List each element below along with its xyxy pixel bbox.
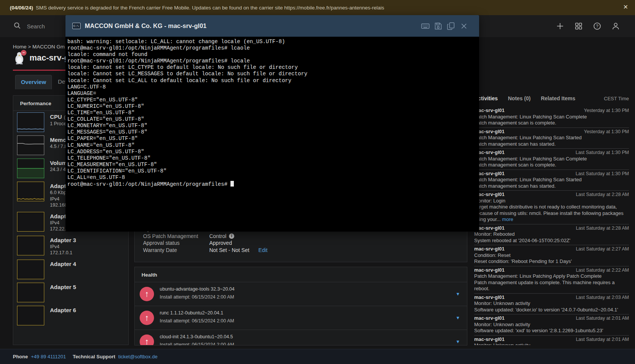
help-icon[interactable]: ? <box>593 22 601 30</box>
info-icon[interactable]: i <box>229 233 234 239</box>
terminal-prompt-line: root@mac-srv-gl01:/opt/NinjaRMMAgent/pro… <box>67 181 479 188</box>
volumes-sparkline-thumbnail[interactable] <box>17 159 44 178</box>
timezone-label: CEST Time <box>604 96 629 101</box>
activity-timestamp: Last Saturday at 2:01 AM <box>576 315 629 322</box>
activity-device-link[interactable]: mac-srv-gl01 <box>474 246 504 252</box>
adapter5-sparkline-thumbnail[interactable] <box>17 283 44 302</box>
perf-item-adapter4[interactable]: Adapter 4 <box>17 260 128 279</box>
memory-sparkline-thumbnail[interactable] <box>17 135 44 155</box>
apps-grid-icon[interactable] <box>574 22 583 30</box>
linux-tux-icon: − <box>14 51 25 64</box>
terminal-body[interactable]: bash: warning: setlocale: LC_ALL: cannot… <box>65 37 479 232</box>
save-icon[interactable] <box>434 22 443 31</box>
health-header: Health <box>135 267 467 282</box>
close-icon[interactable] <box>459 22 468 31</box>
health-card: Health ↑ ubuntu-advantage-tools 32.3~20.… <box>134 267 467 345</box>
activity-entry: mac-srv-gl01Last Saturday at 2:03 AM Mon… <box>474 294 629 315</box>
chevron-down-icon[interactable]: ▼ <box>456 339 460 344</box>
perf-sub: 172.17.0.1 <box>50 250 76 256</box>
tab-notes[interactable]: Notes (0) <box>508 95 531 101</box>
breadcrumb[interactable]: Home > MACCON Gm <box>13 44 65 50</box>
activity-description: System rebooted at '2024-06-15T00:25:02Z… <box>474 238 629 244</box>
search-input[interactable]: Search <box>14 22 45 31</box>
activity-entry: mac-srv-gl01Last Saturday at 2:01 AM Mon… <box>474 336 629 345</box>
activity-title: Patch Management: Linux Patching Scan St… <box>474 177 629 183</box>
activity-title: Patch Management: Linux Patching Apply P… <box>474 273 629 280</box>
activity-description: Reset condition: 'Reboot Pending for 1 D… <box>474 258 629 265</box>
health-row-cloud-init[interactable]: ↑ cloud-init 24.1.3-0ubuntu1~20.04.5 Ins… <box>135 330 467 345</box>
health-row-runc[interactable]: ↑ runc 1.1.12-0ubuntu2~20.04.1 Install a… <box>135 306 467 330</box>
activity-timestamp: Last Saturday at 2:28 AM <box>576 191 629 198</box>
detail-value: Approved <box>209 240 232 246</box>
activity-description: Patch management scan has started. <box>474 183 629 190</box>
activity-device-link[interactable]: mac-srv-gl01 <box>474 336 504 343</box>
activity-timestamp: Yesterday at 1:30 PM <box>584 129 629 135</box>
tab-related-items[interactable]: Related Items <box>541 95 575 101</box>
activity-title: Monitor: Unknown activity <box>474 322 629 328</box>
perf-item-adapter5[interactable]: Adapter 5 <box>17 283 128 302</box>
activity-device-link[interactable]: mac-srv-gl01 <box>474 294 504 301</box>
activity-title: Monitor: Unknown activity <box>474 342 629 345</box>
perf-name: Adapter 4 <box>50 261 76 267</box>
activity-entry: mac-srv-gl01Last Saturday at 2:28 AM Mon… <box>474 191 629 224</box>
tab-overview[interactable]: Overview <box>15 75 52 89</box>
more-link[interactable]: more <box>502 216 514 222</box>
health-row-ubuntu-advantage-tools[interactable]: ↑ ubuntu-advantage-tools 32.3~20.04 Inst… <box>135 282 467 306</box>
activity-entry: mac-srv-gl01Last Saturday at 2:22 AM Pat… <box>474 266 629 294</box>
alert-date: (04/06/24) <box>10 5 33 11</box>
adapter2-sparkline-thumbnail[interactable] <box>17 212 44 232</box>
copy-icon[interactable] <box>447 22 456 31</box>
adapter1-sparkline-thumbnail[interactable] <box>17 182 44 201</box>
activity-device-link[interactable]: mac-srv-gl01 <box>474 267 504 274</box>
cpu-sparkline-thumbnail[interactable] <box>17 112 44 132</box>
adapter6-sparkline-thumbnail[interactable] <box>17 306 44 325</box>
perf-sub: IPv4 <box>50 244 76 250</box>
alert-banner: (04/06/24) SMS delivery service is degra… <box>0 0 635 15</box>
activity-timestamp: Last Saturday at 1:30 PM <box>576 171 629 177</box>
package-name: runc 1.1.12-0ubuntu2~20.04.1 <box>160 310 467 316</box>
activity-timestamp: Last Saturday at 2:22 AM <box>576 267 629 274</box>
activity-timestamp: Last Saturday at 1:30 PM <box>576 149 629 156</box>
chevron-down-icon[interactable]: ▼ <box>456 315 460 320</box>
support-email-link[interactable]: ticket@softbox.de <box>118 354 158 359</box>
svg-text:?: ? <box>596 24 598 28</box>
activity-description: Patch management scan is complete. <box>474 162 629 168</box>
adapter3-sparkline-thumbnail[interactable] <box>17 236 44 255</box>
terminal-output: bash: warning: setlocale: LC_ALL: cannot… <box>67 39 479 181</box>
activity-device-link[interactable]: mac-srv-gl01 <box>474 315 504 322</box>
detail-label: Warranty Date <box>143 247 209 254</box>
activity-title: Monitor: Rebooted <box>474 231 629 238</box>
activity-title: Patch Management: Linux Patching Scan St… <box>474 135 629 141</box>
activity-description: Software updated: 'xxd' to version '2:8.… <box>474 328 629 334</box>
phone-link[interactable]: +49 89 4111201 <box>31 354 66 359</box>
update-alert-icon: ↑ <box>140 287 154 301</box>
activity-description: Patch management update is complete. Thi… <box>474 280 629 292</box>
update-alert-icon: ↑ <box>140 334 154 345</box>
activity-title: Patch Management: Linux Patching Scan Co… <box>474 156 629 162</box>
user-profile-icon[interactable] <box>612 22 620 30</box>
package-name: ubuntu-advantage-tools 32.3~20.04 <box>160 286 467 292</box>
activity-timestamp: Last Saturday at 2:03 AM <box>576 294 629 301</box>
detail-row-approval-status: Approval status Approved <box>143 240 459 246</box>
install-attempt: Install attempt: 06/15/2024 2:00 AM <box>160 342 467 345</box>
alert-message: SMS delivery service is degraded for the… <box>36 5 384 11</box>
terminal-titlebar[interactable]: C:\ MACCON GmbH & Co. KG - mac-srv-gl01 <box>65 15 479 37</box>
chevron-down-icon[interactable]: ▼ <box>456 291 460 297</box>
package-name: cloud-init 24.1.3-0ubuntu1~20.04.5 <box>160 334 467 340</box>
terminal-window: C:\ MACCON GmbH & Co. KG - mac-srv-gl01 … <box>65 15 479 232</box>
edit-link[interactable]: Edit <box>258 247 268 254</box>
detail-label: OS Patch Management <box>143 233 209 240</box>
add-icon[interactable] <box>556 22 564 30</box>
perf-item-adapter3[interactable]: Adapter 3 IPv4 172.17.0.1 <box>17 236 128 256</box>
activity-timestamp: Last Saturday at 2:28 AM <box>576 225 629 232</box>
perf-item-adapter6[interactable]: Adapter 6 <box>17 306 128 325</box>
activity-description: Patch management scan is complete. <box>474 120 629 126</box>
install-attempt: Install attempt: 06/15/2024 2:00 AM <box>160 294 467 300</box>
perf-name: CPU <box>50 114 62 120</box>
detail-row-os-patch-management: OS Patch Management Controli <box>143 233 459 240</box>
update-alert-icon: ↑ <box>140 311 154 325</box>
adapter4-sparkline-thumbnail[interactable] <box>17 260 44 279</box>
activity-description: Software updated: 'docker.io' to version… <box>474 307 629 313</box>
virtual-keyboard-icon[interactable] <box>421 22 430 31</box>
close-icon[interactable]: ✕ <box>623 3 628 11</box>
